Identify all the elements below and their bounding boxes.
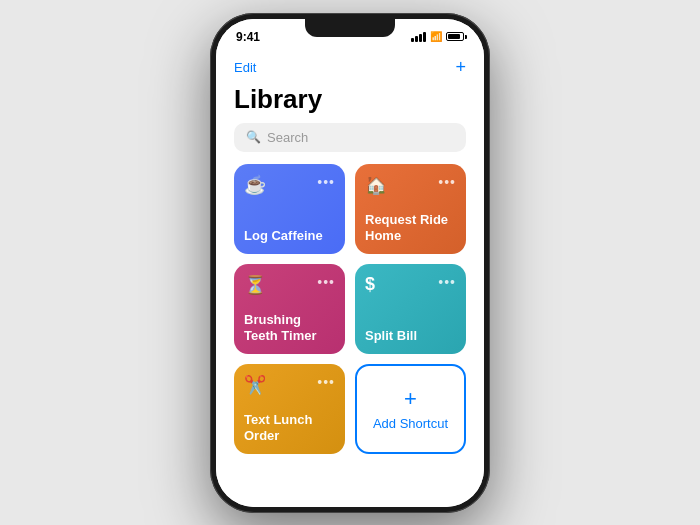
card-icon-brushing-teeth: ⏳ — [244, 274, 266, 296]
card-title-brushing-teeth: Brushing Teeth Timer — [244, 312, 335, 343]
add-shortcut-plus-icon: + — [404, 386, 417, 412]
card-dots-text-lunch[interactable]: ••• — [317, 374, 335, 390]
card-dots-split-bill[interactable]: ••• — [438, 274, 456, 290]
card-top: ☕ ••• — [244, 174, 335, 196]
card-title-text-lunch: Text Lunch Order — [244, 412, 335, 443]
signal-bars-icon — [411, 32, 426, 42]
search-bar[interactable]: 🔍 Search — [234, 123, 466, 152]
card-dots-brushing-teeth[interactable]: ••• — [317, 274, 335, 290]
card-title-request-ride: Request Ride Home — [365, 212, 456, 243]
card-top: ⏳ ••• — [244, 274, 335, 296]
add-shortcut-label: Add Shortcut — [373, 416, 448, 431]
card-title-log-caffeine: Log Caffeine — [244, 228, 335, 244]
card-dots-log-caffeine[interactable]: ••• — [317, 174, 335, 190]
shortcut-card-log-caffeine[interactable]: ☕ ••• Log Caffeine — [234, 164, 345, 254]
card-top: ✂️ ••• — [244, 374, 335, 396]
app-content: Edit + Library 🔍 Search ☕ ••• Log Caffei… — [216, 49, 484, 507]
card-title-split-bill: Split Bill — [365, 328, 456, 344]
edit-button[interactable]: Edit — [234, 60, 256, 75]
wifi-icon: 📶 — [430, 31, 442, 42]
card-icon-log-caffeine: ☕ — [244, 174, 266, 196]
card-icon-text-lunch: ✂️ — [244, 374, 266, 396]
card-icon-request-ride: 🏠 — [365, 174, 387, 196]
shortcut-card-text-lunch[interactable]: ✂️ ••• Text Lunch Order — [234, 364, 345, 454]
status-icons: 📶 — [411, 31, 464, 42]
shortcut-card-request-ride[interactable]: 🏠 ••• Request Ride Home — [355, 164, 466, 254]
search-placeholder: Search — [267, 130, 308, 145]
card-top: $ ••• — [365, 274, 456, 295]
app-header: Edit + — [216, 49, 484, 82]
card-top: 🏠 ••• — [365, 174, 456, 196]
card-dots-request-ride[interactable]: ••• — [438, 174, 456, 190]
phone-screen: 9:41 📶 Edit + Library — [216, 19, 484, 507]
notch — [305, 19, 395, 37]
phone-frame: 9:41 📶 Edit + Library — [210, 13, 490, 513]
card-icon-split-bill: $ — [365, 274, 375, 295]
battery-icon — [446, 32, 464, 41]
shortcut-card-brushing-teeth[interactable]: ⏳ ••• Brushing Teeth Timer — [234, 264, 345, 354]
add-button[interactable]: + — [455, 57, 466, 78]
status-time: 9:41 — [236, 30, 260, 44]
search-icon: 🔍 — [246, 130, 261, 144]
shortcuts-grid: ☕ ••• Log Caffeine 🏠 ••• Request Ride Ho… — [216, 164, 484, 470]
shortcut-card-split-bill[interactable]: $ ••• Split Bill — [355, 264, 466, 354]
page-title: Library — [216, 82, 484, 123]
add-shortcut-card[interactable]: + Add Shortcut — [355, 364, 466, 454]
